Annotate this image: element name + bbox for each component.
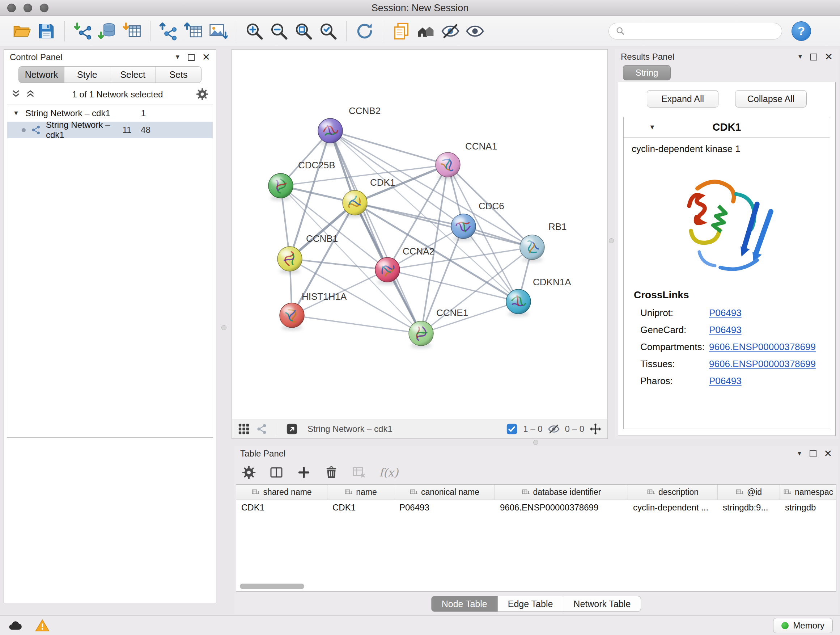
save-session-button[interactable] — [34, 19, 58, 44]
tab-edge-table[interactable]: Edge Table — [497, 596, 564, 612]
close-panel-icon[interactable]: ✕ — [824, 449, 832, 459]
float-panel-icon[interactable]: ▼ — [797, 450, 803, 457]
add-column-icon[interactable] — [297, 465, 311, 480]
crosslink-link[interactable]: 9606.ENSP00000378699 — [709, 341, 816, 353]
maximize-panel-icon[interactable] — [810, 450, 816, 457]
import-network-from-file-button[interactable] — [71, 19, 95, 44]
zoom-fit-button[interactable] — [291, 19, 316, 44]
collapse-triangle-icon[interactable]: ▼ — [13, 110, 25, 117]
zoom-in-button[interactable] — [242, 19, 267, 44]
tab-style[interactable]: Style — [64, 66, 110, 83]
crosslink-link[interactable]: 9606.ENSP00000378699 — [709, 358, 816, 370]
export-image-button[interactable] — [205, 19, 230, 44]
tab-node-table[interactable]: Node Table — [431, 596, 498, 612]
show-columns-icon[interactable] — [269, 465, 284, 480]
edge-CDK1-RB1[interactable] — [355, 203, 532, 247]
network-canvas[interactable]: CCNB2CCNA1CDC25BCDK1CDC6RB1CCNB1CCNA2CDK… — [232, 50, 607, 419]
tab-select[interactable]: Select — [110, 66, 156, 83]
column-header--id[interactable]: @id — [718, 485, 780, 500]
splitter-handle[interactable] — [609, 238, 614, 243]
birdseye-toggle-icon[interactable] — [256, 423, 268, 435]
edge-CCNB2-CCNE1[interactable] — [330, 131, 421, 333]
crosslink-link[interactable]: P06493 — [709, 307, 742, 318]
node-RB1[interactable] — [520, 235, 545, 260]
network-options-gear-icon[interactable] — [196, 88, 210, 101]
hidden-eye-slash-icon[interactable] — [548, 423, 560, 435]
search-box[interactable] — [608, 23, 782, 40]
import-network-from-database-button[interactable] — [95, 19, 120, 44]
search-input[interactable] — [629, 26, 775, 36]
export-view-icon[interactable] — [286, 423, 298, 435]
node-CCNA1[interactable] — [436, 152, 460, 177]
node-HIST1H1A[interactable] — [279, 303, 304, 328]
edge-CCNB2-CCNA1[interactable] — [330, 131, 448, 165]
open-session-button[interactable] — [9, 19, 34, 44]
network-row[interactable]: String Network – cdk1 11 48 — [7, 122, 213, 138]
cloud-icon[interactable] — [7, 618, 22, 633]
network-collection-row[interactable]: ▼ String Network – cdk1 1 — [7, 105, 213, 122]
node-CCNA2[interactable] — [375, 257, 400, 282]
edge-CDKN1A-CCNE1[interactable] — [421, 302, 518, 333]
node-CDC6[interactable] — [451, 214, 476, 239]
maximize-panel-icon[interactable] — [188, 54, 195, 61]
zoom-window-button[interactable] — [40, 4, 49, 12]
horizontal-scrollbar[interactable] — [240, 584, 304, 589]
zoom-out-button[interactable] — [267, 19, 291, 44]
edge-HIST1H1A-CCNE1[interactable] — [292, 315, 421, 333]
memory-button[interactable]: Memory — [773, 618, 833, 633]
import-table-from-file-button[interactable] — [120, 19, 144, 44]
birdseye-view-button[interactable] — [414, 19, 438, 44]
collapse-entry-icon[interactable]: ▼ — [649, 124, 655, 131]
column-header-database-identifier[interactable]: database identifier — [495, 485, 628, 500]
tab-network[interactable]: Network — [19, 66, 65, 83]
close-panel-icon[interactable]: ✕ — [824, 52, 833, 62]
network-view[interactable]: CCNB2CCNA1CDC25BCDK1CDC6RB1CCNB1CCNA2CDK… — [232, 49, 608, 439]
warning-icon[interactable] — [35, 618, 50, 633]
tab-string[interactable]: String — [623, 65, 671, 80]
delete-column-trash-icon[interactable] — [324, 465, 339, 480]
edge-CCNB1-CCNA2[interactable] — [290, 259, 387, 270]
edge-CCNB2-RB1[interactable] — [330, 131, 532, 247]
hide-selected-button[interactable] — [438, 19, 463, 44]
crosslink-link[interactable]: P06493 — [709, 375, 742, 386]
float-panel-icon[interactable]: ▼ — [797, 53, 804, 60]
expand-all-icon[interactable] — [25, 88, 37, 101]
help-button[interactable]: ? — [791, 21, 811, 41]
crosslink-link[interactable]: P06493 — [709, 325, 742, 336]
function-builder-icon[interactable]: f(x) — [379, 466, 398, 479]
collapse-all-icon[interactable] — [11, 88, 23, 101]
column-header-shared-name[interactable]: shared name — [236, 485, 327, 500]
clone-document-button[interactable] — [389, 19, 414, 44]
node-CCNE1[interactable] — [409, 321, 433, 346]
selected-checkbox-icon[interactable] — [506, 423, 518, 435]
column-header-description[interactable]: description — [628, 485, 718, 500]
node-CDK1[interactable] — [343, 190, 367, 215]
splitter-handle[interactable] — [221, 325, 226, 330]
maximize-panel-icon[interactable] — [810, 54, 817, 60]
pan-crosshair-icon[interactable] — [589, 423, 602, 435]
column-header-canonical-name[interactable]: canonical name — [394, 485, 495, 500]
close-panel-icon[interactable]: ✕ — [202, 52, 210, 62]
collapse-all-button[interactable]: Collapse All — [735, 90, 807, 108]
tab-network-table[interactable]: Network Table — [563, 596, 641, 612]
expand-all-button[interactable]: Expand All — [647, 90, 718, 108]
node-details-header[interactable]: ▼ CDK1 — [624, 117, 830, 138]
column-header-namespac[interactable]: namespac — [780, 485, 836, 500]
table-settings-gear-icon[interactable] — [242, 465, 256, 480]
export-table-button[interactable] — [181, 19, 205, 44]
column-header-name[interactable]: name — [327, 485, 394, 500]
zoom-selected-button[interactable] — [316, 19, 340, 44]
float-panel-icon[interactable]: ▼ — [175, 54, 181, 61]
grid-view-icon[interactable] — [238, 423, 250, 435]
splitter-handle[interactable] — [533, 440, 538, 445]
node-CCNB2[interactable] — [318, 119, 343, 143]
minimize-window-button[interactable] — [24, 4, 32, 12]
refresh-layout-button[interactable] — [352, 19, 377, 44]
node-CDC25B[interactable] — [268, 173, 293, 198]
show-all-button[interactable] — [463, 19, 487, 44]
node-CCNB1[interactable] — [278, 247, 302, 271]
export-network-button[interactable] — [156, 19, 181, 44]
table-row[interactable]: CDK1CDK1P064939606.ENSP00000378699cyclin… — [236, 500, 836, 515]
tab-sets[interactable]: Sets — [156, 66, 202, 83]
close-window-button[interactable] — [7, 4, 16, 12]
